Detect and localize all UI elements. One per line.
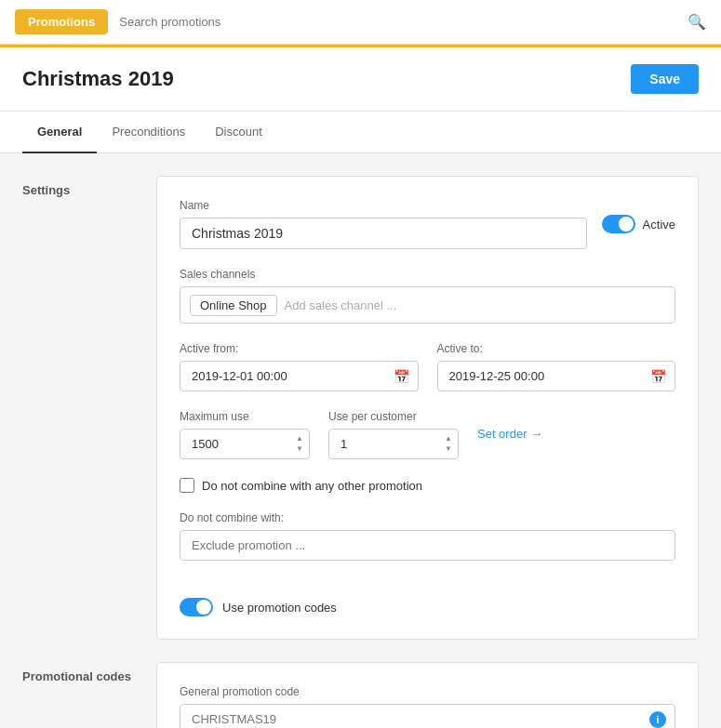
promotional-codes-card: General promotion code i [156,662,699,728]
name-active-row: Name Active [180,199,675,249]
name-field-wrap: Name [180,199,587,249]
use-per-customer-down[interactable]: ▼ [442,444,455,454]
general-promotion-code-input[interactable] [180,704,675,728]
set-order-label: Set order [477,427,527,441]
maximum-use-down[interactable]: ▼ [293,444,306,454]
do-not-combine-checkbox-row: Do not combine with any other promotion [180,478,675,493]
use-promotion-codes-toggle[interactable] [180,598,213,616]
tab-discount[interactable]: Discount [200,112,277,153]
promotions-nav-button[interactable]: Promotions [15,9,108,34]
add-sales-channel-placeholder: Add sales channel ... [285,298,397,312]
exclude-promotion-input[interactable] [180,530,675,561]
general-promotion-code-label: General promotion code [180,685,675,698]
maximum-use-input[interactable] [180,429,310,459]
date-row: Active from: 📅 Active to: 📅 [180,342,675,391]
do-not-combine-with-label: Do not combine with: [180,511,675,524]
use-per-customer-label: Use per customer [328,410,459,423]
use-per-customer-group: Use per customer ▲ ▼ [328,410,459,459]
use-promotion-codes-row: Use promotion codes [180,598,675,616]
page-title: Christmas 2019 [22,67,174,91]
use-per-customer-up[interactable]: ▲ [442,434,455,443]
tab-general[interactable]: General [22,112,97,153]
use-per-customer-input[interactable] [328,429,459,459]
tab-preconditions[interactable]: Preconditions [97,112,200,153]
do-not-combine-checkbox-label: Do not combine with any other promotion [202,479,422,493]
active-to-group: Active to: 📅 [437,342,676,391]
search-input[interactable] [108,9,688,34]
sales-channels-label: Sales channels [180,268,675,281]
settings-card: Name Active Sales channels Online Shop A… [156,176,699,640]
active-from-group: Active from: 📅 [180,342,419,391]
set-order-arrow-icon: → [530,427,542,441]
active-to-input-wrap: 📅 [437,361,676,391]
active-to-label: Active to: [437,342,676,355]
sales-channels-group: Sales channels Online Shop Add sales cha… [180,268,675,324]
active-from-label: Active from: [180,342,419,355]
active-from-input-wrap: 📅 [180,361,419,391]
maximum-use-input-wrap: ▲ ▼ [180,429,310,459]
name-input[interactable] [180,218,587,249]
info-icon[interactable]: i [649,711,666,728]
use-per-customer-input-wrap: ▲ ▼ [328,429,459,459]
active-toggle[interactable] [602,215,635,233]
active-to-input[interactable] [437,361,676,391]
online-shop-tag[interactable]: Online Shop [190,295,277,316]
name-label: Name [180,199,587,212]
page-header: Christmas 2019 Save [0,47,721,112]
maximum-use-group: Maximum use ▲ ▼ [180,410,310,459]
use-promotion-codes-label: Use promotion codes [222,601,337,615]
settings-label: Settings [22,176,134,640]
maximum-use-spinner: ▲ ▼ [293,434,306,454]
do-not-combine-with-group: Do not combine with: [180,511,675,579]
active-to-calendar-icon[interactable]: 📅 [650,369,666,384]
set-order-link[interactable]: Set order → [477,427,542,450]
search-icon: 🔍 [688,13,706,31]
use-per-customer-spinner: ▲ ▼ [442,434,455,454]
tabs-container: General Preconditions Discount [0,112,721,153]
active-from-calendar-icon[interactable]: 📅 [394,369,409,384]
do-not-combine-checkbox[interactable] [180,478,194,493]
active-toggle-wrap: Active [602,215,675,233]
promotional-codes-section: Promotional codes General promotion code… [0,662,721,728]
save-button[interactable]: Save [631,64,699,94]
sales-channels-box[interactable]: Online Shop Add sales channel ... [180,286,675,324]
promotional-codes-section-label: Promotional codes [22,662,134,728]
number-row: Maximum use ▲ ▼ Use per customer ▲ ▼ [180,410,675,459]
active-toggle-label: Active [643,218,675,232]
maximum-use-label: Maximum use [180,410,310,423]
active-from-input[interactable] [180,361,419,391]
maximum-use-up[interactable]: ▲ [293,434,306,443]
settings-section: Settings Name Active Sales channels Onli… [0,153,721,662]
top-nav: Promotions 🔍 [0,0,721,45]
general-promotion-code-wrap: i [180,704,675,728]
